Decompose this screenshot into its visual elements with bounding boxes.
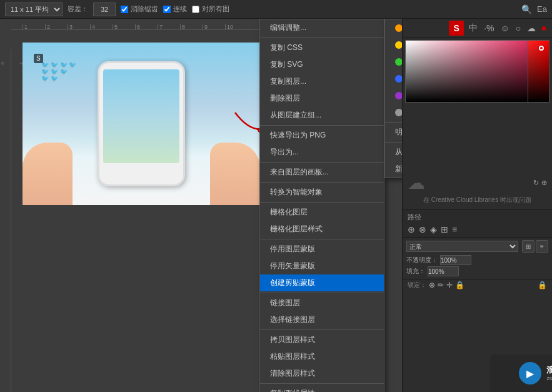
watermark-url: zixue.3066.com — [546, 375, 552, 381]
color-gradient-secondary — [405, 40, 528, 103]
context-menu-main: 编辑调整... 复制 CSS 复制 SVG 复制图层... 删除图层 从图层建立… — [259, 19, 384, 392]
lock-icon-right[interactable]: 🔒 — [538, 281, 547, 289]
watermark-logo: ▶ — [519, 362, 541, 384]
menu-item-disable-layer-mask[interactable]: 停用图层蒙版 — [260, 241, 384, 258]
separator-1 — [260, 38, 384, 38]
submenu-color-green[interactable]: 绿色 — [385, 53, 402, 70]
menu-item-copy-layer[interactable]: 复制图层... — [260, 73, 384, 90]
submenu-new-3d-model[interactable]: 新建 3D 模型 — [385, 161, 402, 178]
main-area: 12345678 1 2 3 4 5 6 7 8 9 10 — [0, 19, 552, 392]
separator-6 — [260, 239, 384, 239]
separator-2 — [260, 125, 384, 126]
smooth-checkbox[interactable] — [121, 6, 128, 13]
panel-icon-zhong[interactable]: 中 — [468, 21, 479, 35]
panel-icon-circle[interactable]: ○ — [514, 22, 522, 34]
contiguous-checkbox-group: 连续 — [163, 4, 187, 14]
submenu-new-3d-model-from-layer[interactable]: 从所选图层新建 3D 模型 — [385, 144, 402, 161]
smooth-label: 消除锯齿 — [131, 4, 158, 14]
phone-prop — [98, 61, 185, 186]
cloud-header: ☁ ↻ ⊕ — [408, 173, 547, 193]
contiguous-label: 连续 — [173, 4, 187, 14]
contiguous-checkbox[interactable] — [163, 6, 171, 13]
hand-left — [23, 143, 73, 205]
ruler-mark-7: 7 — [158, 24, 180, 29]
all-layers-checkbox[interactable] — [192, 6, 199, 13]
menu-item-copy-css[interactable]: 复制 CSS — [260, 39, 384, 56]
submenu-color-blue[interactable]: 蓝色 — [385, 70, 402, 87]
ruler-mark-4: 4 — [90, 24, 113, 29]
ruler-mark-2: 2 — [45, 24, 68, 29]
path-label: 路径 — [408, 213, 421, 222]
lock-transparent-icon[interactable]: ⊕ — [429, 281, 435, 289]
panel-grid-icons: ⊞ ≡ — [522, 240, 548, 253]
cloud-settings-icon[interactable]: ⊕ — [541, 179, 547, 187]
menu-item-delete-layer[interactable]: 删除图层 — [260, 90, 384, 107]
watermark-inner: ▶ 溜溜自学 zixue.3066.com — [519, 362, 552, 384]
panel-icon-percent[interactable]: ·% — [483, 22, 495, 34]
menu-item-clear-layer-style[interactable]: 清除图层样式 — [260, 365, 384, 382]
opacity-input[interactable] — [440, 255, 471, 265]
s-logo: S — [449, 21, 464, 36]
path-icon-5[interactable]: ≡ — [452, 224, 457, 234]
menu-item-create-clipping-mask[interactable]: 创建剪贴蒙版 — [260, 274, 384, 291]
path-icon-2[interactable]: ⊗ — [419, 224, 426, 234]
grid-view-icon[interactable]: ⊞ — [522, 240, 534, 253]
menu-item-convert-smart-object[interactable]: 转换为智能对象 — [260, 184, 384, 201]
ruler-marks: 1 2 3 4 5 6 7 8 9 10 — [23, 19, 248, 29]
cloud-refresh-icon[interactable]: ↻ — [533, 179, 539, 187]
menu-item-copy-layer-style[interactable]: 拷贝图层样式 — [260, 331, 384, 348]
separator-8 — [260, 329, 384, 330]
ruler-mark-9: 9 — [203, 24, 225, 29]
right-panel: S 中 ·% ☺ ○ ☁ ● ☁ — [402, 19, 552, 392]
path-icon-3[interactable]: ◈ — [430, 224, 437, 234]
red-dot-indicator: ● — [541, 23, 547, 34]
watermark-logo-symbol: ▶ — [526, 368, 534, 379]
lock-image-icon[interactable]: ✏ — [438, 281, 444, 289]
search-icon[interactable]: 🔍 — [521, 4, 532, 14]
cloud-action-icons: ↻ ⊕ — [533, 179, 547, 187]
menu-item-rasterize-layer-style[interactable]: 栅格化图层样式 — [260, 221, 384, 238]
separator-7 — [260, 293, 384, 293]
menu-item-quick-export-png[interactable]: 快速导出为 PNG — [260, 127, 384, 144]
submenu-color-orange[interactable]: 橙色 — [385, 19, 402, 36]
submenu-postcard[interactable]: 明信片 — [385, 124, 402, 141]
menu-item-link-layers[interactable]: 链接图层 — [260, 294, 384, 311]
path-header: 路径 — [408, 213, 547, 222]
panel-icon-smiley[interactable]: ☺ — [499, 22, 511, 34]
menu-item-copy-shape-attr[interactable]: 复制形状属性 — [260, 385, 384, 392]
layers-controls: 正常 ⊞ ≡ 不透明度： 填充： — [403, 238, 552, 279]
cloud-status-text: 在 Creative Cloud Libraries 时出现问题 — [408, 196, 547, 204]
submenu-color-gray[interactable]: 灰色 — [385, 104, 402, 121]
menu-item-export-as[interactable]: 导出为... — [260, 144, 384, 161]
menu-item-select-linked-layers[interactable]: 选择链接图层 — [260, 311, 384, 328]
all-layers-checkbox-group: 对所有图 — [192, 4, 229, 14]
lock-all-icon[interactable]: 🔒 — [455, 281, 464, 289]
ruler-mark-8: 8 — [180, 24, 203, 29]
lock-position-icon[interactable]: ✛ — [446, 281, 453, 289]
menu-item-rasterize-layer[interactable]: 栅格化图层 — [260, 204, 384, 221]
opacity-label: 不透明度： — [406, 256, 438, 264]
menu-item-disable-vector-mask[interactable]: 停用矢量蒙版 — [260, 258, 384, 274]
fill-input[interactable] — [428, 266, 459, 276]
brush-type-select[interactable]: 11 x 11 平均 — [5, 3, 63, 16]
submenu-color-purple[interactable]: 紫色 — [385, 87, 402, 104]
tolerance-input[interactable] — [93, 3, 116, 16]
menu-item-paste-layer-style[interactable]: 粘贴图层样式 — [260, 348, 384, 365]
menu-item-artboard-from-layer[interactable]: 来自图层的画板... — [260, 164, 384, 181]
submenu-color-yellow[interactable]: 黄色 — [385, 36, 402, 53]
path-icon-4[interactable]: ⊞ — [441, 224, 448, 234]
canvas-image: 🐦 🐦 🐦 🐦🐦 🐦 🐦🐦 🐦 — [23, 43, 260, 205]
ruler-mark-10: 10 — [225, 24, 248, 29]
ruler-mark-3: 3 — [68, 24, 90, 29]
menu-item-edit-adjustments[interactable]: 编辑调整... — [260, 19, 384, 36]
menu-item-group-from-layer[interactable]: 从图层建立组... — [260, 107, 384, 124]
lock-row: 锁定： ⊕ ✏ ✛ 🔒 🔒 — [403, 279, 552, 291]
menu-item-copy-svg[interactable]: 复制 SVG — [260, 56, 384, 73]
separator-3 — [260, 162, 384, 163]
blend-mode-select[interactable]: 正常 — [406, 241, 518, 252]
context-submenu-color: 橙色 黄色 绿色 蓝色 紫色 灰色 明信片 从所选图层新建 3D 模型 新建 3… — [384, 19, 402, 178]
path-icon-1[interactable]: ⊕ — [408, 224, 415, 234]
panel-icon-cloud[interactable]: ☁ — [526, 22, 537, 34]
ruler-mark-5: 5 — [113, 24, 135, 29]
list-view-icon[interactable]: ≡ — [536, 240, 548, 253]
